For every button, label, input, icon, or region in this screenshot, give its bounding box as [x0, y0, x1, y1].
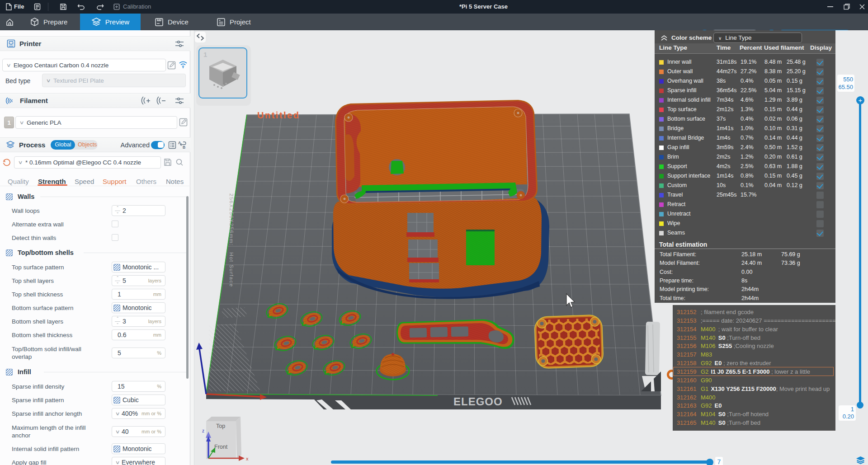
- svg-text:x: x: [246, 456, 249, 461]
- svg-text:B: B: [183, 145, 185, 149]
- svg-text:Front: Front: [214, 444, 228, 450]
- svg-text:z: z: [202, 428, 204, 433]
- svg-text:ELEGOO: ELEGOO: [453, 395, 503, 408]
- svg-text:256X256X256mm: Hot Surface: 256X256X256mm: Hot Surface: [229, 193, 234, 287]
- svg-text:Top: Top: [216, 423, 225, 429]
